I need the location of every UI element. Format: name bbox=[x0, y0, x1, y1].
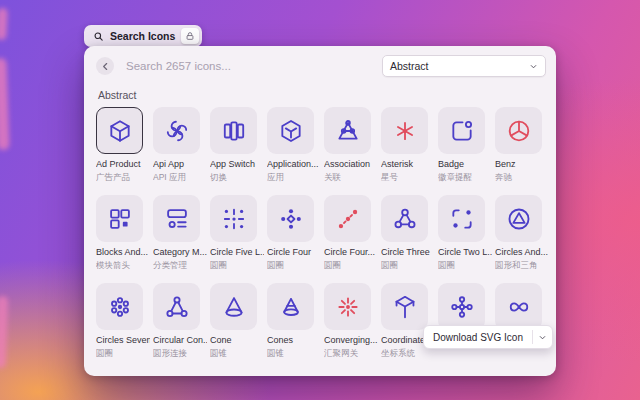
download-options-chevron[interactable] bbox=[533, 326, 552, 348]
chevron-down-icon bbox=[538, 333, 547, 342]
chip-label: Search Icons bbox=[110, 30, 175, 42]
icon-tile-converge[interactable] bbox=[324, 283, 371, 330]
icon-sublabel: 圆形连接 bbox=[153, 348, 207, 359]
icon-tile-seven-circles[interactable] bbox=[96, 283, 143, 330]
icon-sublabel: API 应用 bbox=[153, 172, 207, 183]
paint-smear bbox=[0, 8, 8, 40]
icon-sublabel: 关联 bbox=[324, 172, 378, 183]
chip-action-button[interactable] bbox=[181, 28, 199, 44]
icon-sublabel: 圆圈 bbox=[267, 260, 321, 271]
icon-sublabel: 切换 bbox=[210, 172, 264, 183]
icon-sublabel: 圆圈 bbox=[210, 260, 264, 271]
icon-tile-pinwheel[interactable] bbox=[153, 107, 200, 154]
icon-label: Api App bbox=[153, 159, 207, 170]
icon-tile-cube[interactable] bbox=[96, 107, 143, 154]
back-button[interactable] bbox=[96, 57, 114, 75]
icon-sublabel: 徽章提醒 bbox=[438, 172, 492, 183]
desktop-background: Search Icons Abstract Abstract Ad Produ bbox=[0, 0, 640, 400]
section-label: Abstract bbox=[98, 89, 556, 101]
icon-tile-blocks[interactable] bbox=[96, 195, 143, 242]
icon-tile-category[interactable] bbox=[153, 195, 200, 242]
icon-cell: Ad Product广告产品 bbox=[96, 107, 143, 183]
icon-cell: Application...应用 bbox=[267, 107, 314, 183]
icon-sublabel: 应用 bbox=[267, 172, 321, 183]
icon-label: Category M... bbox=[153, 247, 207, 258]
icon-cell: Cones圆锥 bbox=[267, 283, 314, 359]
window-topbar: Abstract bbox=[84, 46, 556, 79]
search-icons-chip[interactable]: Search Icons bbox=[84, 25, 202, 47]
icon-tile-app-switch[interactable] bbox=[210, 107, 257, 154]
icon-sublabel: 圆锥 bbox=[267, 348, 321, 359]
icon-tile-dots-dashes[interactable] bbox=[210, 195, 257, 242]
icon-cell: App Switch切换 bbox=[210, 107, 257, 183]
icon-cell: Converging...汇聚网关 bbox=[324, 283, 371, 359]
chevron-left-icon bbox=[100, 61, 111, 72]
triangle-nodes-icon bbox=[335, 118, 361, 144]
icon-tile-three-circles[interactable] bbox=[381, 195, 428, 242]
benz-star-icon bbox=[506, 118, 532, 144]
icon-cell: Blocks And...模块箭头 bbox=[96, 195, 143, 271]
icon-cell: Badge徽章提醒 bbox=[438, 107, 485, 183]
icon-cell: Benz奔驰 bbox=[495, 107, 542, 183]
app-switch-icon bbox=[221, 118, 247, 144]
icon-tile-axis-cube[interactable] bbox=[381, 283, 428, 330]
icon-cell: Asterisk星号 bbox=[381, 107, 428, 183]
three-circles-icon bbox=[392, 206, 418, 232]
lock-icon bbox=[185, 31, 195, 41]
icon-label: Circle Two L... bbox=[438, 247, 492, 258]
icon-label: Circle Four bbox=[267, 247, 321, 258]
icon-tile-asterisk[interactable] bbox=[381, 107, 428, 154]
infinity-icon bbox=[506, 294, 532, 320]
icon-sublabel: 汇聚网关 bbox=[324, 348, 378, 359]
icon-label: Circles And... bbox=[495, 247, 549, 258]
search-input[interactable] bbox=[124, 59, 382, 73]
icon-sublabel: 圆圈 bbox=[324, 260, 378, 271]
icon-sublabel: 分类管理 bbox=[153, 260, 207, 271]
download-svg-button[interactable]: Download SVG Icon bbox=[423, 325, 553, 349]
icon-label: Converging... bbox=[324, 335, 378, 346]
icon-label: Circular Con... bbox=[153, 335, 207, 346]
icon-label: Asterisk bbox=[381, 159, 435, 170]
icon-tile-triangle-nodes[interactable] bbox=[324, 107, 371, 154]
icon-tile-corner-dots[interactable] bbox=[438, 195, 485, 242]
category-dropdown-value: Abstract bbox=[390, 60, 429, 72]
search-icon bbox=[93, 31, 104, 42]
icon-label: Benz bbox=[495, 159, 549, 170]
icon-tile-infinity[interactable] bbox=[495, 283, 542, 330]
icon-label: Application... bbox=[267, 159, 321, 170]
icon-label: Circle Five L... bbox=[210, 247, 264, 258]
category-dropdown[interactable]: Abstract bbox=[382, 55, 546, 77]
icon-label: Badge bbox=[438, 159, 492, 170]
triangle-in-circle-icon bbox=[506, 206, 532, 232]
icon-tile-connected-circles[interactable] bbox=[153, 283, 200, 330]
icon-cell: Circles Seven圆圈 bbox=[96, 283, 143, 359]
cross-circles-icon bbox=[449, 294, 475, 320]
icon-cell: Circle Four圆圈 bbox=[267, 195, 314, 271]
badge-dot-icon bbox=[449, 118, 475, 144]
hexagon-y-icon bbox=[278, 118, 304, 144]
icon-tile-cones[interactable] bbox=[267, 283, 314, 330]
icon-label: Circles Seven bbox=[96, 335, 150, 346]
download-button-label: Download SVG Icon bbox=[424, 332, 532, 343]
connected-circles-icon bbox=[164, 294, 190, 320]
icon-cell: Circle Five L...圆圈 bbox=[210, 195, 257, 271]
icon-tile-hexagon-y[interactable] bbox=[267, 107, 314, 154]
seven-circles-icon bbox=[107, 294, 133, 320]
icon-sublabel: 星号 bbox=[381, 172, 435, 183]
dots-dashes-icon bbox=[221, 206, 247, 232]
icon-tile-badge-dot[interactable] bbox=[438, 107, 485, 154]
icon-tile-cone[interactable] bbox=[210, 283, 257, 330]
icon-tile-four-dots-diamond[interactable] bbox=[267, 195, 314, 242]
icon-label: Circle Three bbox=[381, 247, 435, 258]
icon-label: Blocks And... bbox=[96, 247, 150, 258]
icon-tile-cross-circles[interactable] bbox=[438, 283, 485, 330]
icon-label: Association bbox=[324, 159, 378, 170]
asterisk-icon bbox=[392, 118, 418, 144]
icon-tile-benz-star[interactable] bbox=[495, 107, 542, 154]
icon-cell: Api AppAPI 应用 bbox=[153, 107, 200, 183]
chevron-down-icon bbox=[529, 62, 538, 71]
four-dots-diamond-icon bbox=[278, 206, 304, 232]
icon-sublabel: 圆圈 bbox=[96, 348, 150, 359]
icon-tile-diagonal-dots[interactable] bbox=[324, 195, 371, 242]
icon-tile-triangle-in-circle[interactable] bbox=[495, 195, 542, 242]
